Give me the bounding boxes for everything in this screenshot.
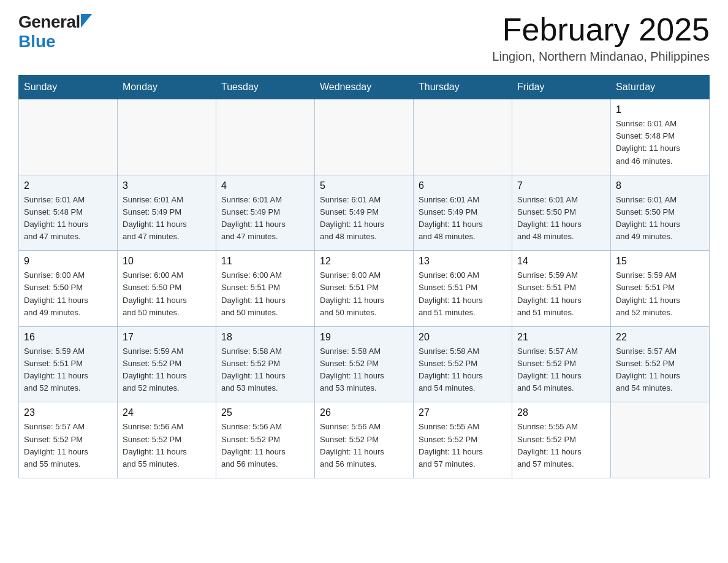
day-number: 28 xyxy=(517,407,605,418)
calendar-day-cell xyxy=(19,99,118,175)
calendar-day-cell: 6Sunrise: 6:01 AMSunset: 5:49 PMDaylight… xyxy=(414,175,512,251)
calendar-day-cell: 13Sunrise: 6:00 AMSunset: 5:51 PMDayligh… xyxy=(414,251,512,327)
calendar-day-cell xyxy=(216,99,315,175)
logo-blue-text: Blue xyxy=(18,32,56,51)
calendar-day-cell: 26Sunrise: 5:56 AMSunset: 5:52 PMDayligh… xyxy=(315,402,414,478)
day-number: 1 xyxy=(616,104,704,115)
day-info: Sunrise: 6:00 AMSunset: 5:50 PMDaylight:… xyxy=(24,269,112,319)
calendar-day-cell: 17Sunrise: 5:59 AMSunset: 5:52 PMDayligh… xyxy=(118,326,216,402)
day-number: 4 xyxy=(221,180,309,191)
day-number: 12 xyxy=(320,256,408,267)
day-info: Sunrise: 6:01 AMSunset: 5:50 PMDaylight:… xyxy=(616,194,704,243)
calendar-day-cell: 9Sunrise: 6:00 AMSunset: 5:50 PMDaylight… xyxy=(19,251,118,327)
day-info: Sunrise: 6:00 AMSunset: 5:50 PMDaylight:… xyxy=(123,269,211,319)
day-number: 24 xyxy=(123,407,211,418)
calendar-day-cell: 2Sunrise: 6:01 AMSunset: 5:48 PMDaylight… xyxy=(19,175,118,251)
calendar-day-cell: 1Sunrise: 6:01 AMSunset: 5:48 PMDaylight… xyxy=(611,99,710,175)
calendar-day-cell: 22Sunrise: 5:57 AMSunset: 5:52 PMDayligh… xyxy=(611,326,710,402)
calendar-day-cell xyxy=(118,99,216,175)
day-info: Sunrise: 6:01 AMSunset: 5:49 PMDaylight:… xyxy=(123,194,211,243)
day-number: 7 xyxy=(517,180,605,191)
calendar-day-cell: 11Sunrise: 6:00 AMSunset: 5:51 PMDayligh… xyxy=(216,251,315,327)
day-info: Sunrise: 5:56 AMSunset: 5:52 PMDaylight:… xyxy=(123,421,211,470)
logo: General Blue xyxy=(18,12,92,52)
day-info: Sunrise: 5:58 AMSunset: 5:52 PMDaylight:… xyxy=(221,345,309,395)
day-number: 18 xyxy=(221,332,309,343)
calendar-day-cell: 23Sunrise: 5:57 AMSunset: 5:52 PMDayligh… xyxy=(19,402,118,478)
logo-arrow-icon xyxy=(81,14,92,28)
day-info: Sunrise: 6:00 AMSunset: 5:51 PMDaylight:… xyxy=(221,269,309,319)
day-info: Sunrise: 5:57 AMSunset: 5:52 PMDaylight:… xyxy=(24,421,112,470)
calendar-day-cell: 12Sunrise: 6:00 AMSunset: 5:51 PMDayligh… xyxy=(315,251,414,327)
calendar-day-cell: 25Sunrise: 5:56 AMSunset: 5:52 PMDayligh… xyxy=(216,402,315,478)
day-info: Sunrise: 5:59 AMSunset: 5:51 PMDaylight:… xyxy=(616,269,704,319)
day-number: 10 xyxy=(123,256,211,267)
day-number: 20 xyxy=(419,332,507,343)
calendar-week-row: 16Sunrise: 5:59 AMSunset: 5:51 PMDayligh… xyxy=(19,326,710,402)
calendar-header-row: SundayMondayTuesdayWednesdayThursdayFrid… xyxy=(19,75,710,99)
day-info: Sunrise: 5:58 AMSunset: 5:52 PMDaylight:… xyxy=(419,345,507,395)
calendar-day-cell xyxy=(611,402,710,478)
day-of-week-header: Sunday xyxy=(19,75,118,99)
day-info: Sunrise: 5:59 AMSunset: 5:51 PMDaylight:… xyxy=(24,345,112,395)
day-info: Sunrise: 5:55 AMSunset: 5:52 PMDaylight:… xyxy=(517,421,605,470)
day-info: Sunrise: 6:01 AMSunset: 5:49 PMDaylight:… xyxy=(419,194,507,243)
calendar-day-cell: 14Sunrise: 5:59 AMSunset: 5:51 PMDayligh… xyxy=(512,251,611,327)
calendar-week-row: 1Sunrise: 6:01 AMSunset: 5:48 PMDaylight… xyxy=(19,99,710,175)
day-number: 27 xyxy=(419,407,507,418)
day-of-week-header: Monday xyxy=(118,75,216,99)
calendar-day-cell: 4Sunrise: 6:01 AMSunset: 5:49 PMDaylight… xyxy=(216,175,315,251)
day-info: Sunrise: 5:56 AMSunset: 5:52 PMDaylight:… xyxy=(221,421,309,470)
day-number: 6 xyxy=(419,180,507,191)
day-number: 3 xyxy=(123,180,211,191)
calendar-day-cell: 5Sunrise: 6:01 AMSunset: 5:49 PMDaylight… xyxy=(315,175,414,251)
day-number: 13 xyxy=(419,256,507,267)
calendar-week-row: 9Sunrise: 6:00 AMSunset: 5:50 PMDaylight… xyxy=(19,251,710,327)
day-of-week-header: Friday xyxy=(512,75,611,99)
day-info: Sunrise: 5:56 AMSunset: 5:52 PMDaylight:… xyxy=(320,421,408,470)
calendar-day-cell xyxy=(315,99,414,175)
calendar-day-cell: 15Sunrise: 5:59 AMSunset: 5:51 PMDayligh… xyxy=(611,251,710,327)
calendar-day-cell: 24Sunrise: 5:56 AMSunset: 5:52 PMDayligh… xyxy=(118,402,216,478)
calendar-day-cell: 3Sunrise: 6:01 AMSunset: 5:49 PMDaylight… xyxy=(118,175,216,251)
calendar-day-cell: 7Sunrise: 6:01 AMSunset: 5:50 PMDaylight… xyxy=(512,175,611,251)
day-number: 15 xyxy=(616,256,704,267)
day-number: 16 xyxy=(24,332,112,343)
day-of-week-header: Thursday xyxy=(414,75,512,99)
day-info: Sunrise: 5:57 AMSunset: 5:52 PMDaylight:… xyxy=(616,345,704,395)
day-info: Sunrise: 6:01 AMSunset: 5:50 PMDaylight:… xyxy=(517,194,605,243)
calendar-week-row: 23Sunrise: 5:57 AMSunset: 5:52 PMDayligh… xyxy=(19,402,710,478)
day-info: Sunrise: 6:01 AMSunset: 5:49 PMDaylight:… xyxy=(221,194,309,243)
calendar-day-cell: 18Sunrise: 5:58 AMSunset: 5:52 PMDayligh… xyxy=(216,326,315,402)
day-number: 5 xyxy=(320,180,408,191)
day-of-week-header: Saturday xyxy=(611,75,710,99)
location-title: Lingion, Northern Mindanao, Philippines xyxy=(492,50,710,64)
day-number: 25 xyxy=(221,407,309,418)
calendar-week-row: 2Sunrise: 6:01 AMSunset: 5:48 PMDaylight… xyxy=(19,175,710,251)
day-number: 26 xyxy=(320,407,408,418)
day-info: Sunrise: 5:57 AMSunset: 5:52 PMDaylight:… xyxy=(517,345,605,395)
day-number: 19 xyxy=(320,332,408,343)
calendar-table: SundayMondayTuesdayWednesdayThursdayFrid… xyxy=(18,75,710,478)
calendar-day-cell xyxy=(512,99,611,175)
svg-marker-0 xyxy=(81,14,92,28)
day-number: 8 xyxy=(616,180,704,191)
day-info: Sunrise: 6:01 AMSunset: 5:48 PMDaylight:… xyxy=(24,194,112,243)
day-number: 17 xyxy=(123,332,211,343)
title-area: February 2025 Lingion, Northern Mindanao… xyxy=(492,12,710,64)
page-header: General Blue February 2025 Lingion, Nort… xyxy=(18,12,710,64)
calendar-day-cell: 10Sunrise: 6:00 AMSunset: 5:50 PMDayligh… xyxy=(118,251,216,327)
day-of-week-header: Tuesday xyxy=(216,75,315,99)
day-info: Sunrise: 6:01 AMSunset: 5:48 PMDaylight:… xyxy=(616,118,704,167)
calendar-day-cell: 8Sunrise: 6:01 AMSunset: 5:50 PMDaylight… xyxy=(611,175,710,251)
calendar-day-cell: 21Sunrise: 5:57 AMSunset: 5:52 PMDayligh… xyxy=(512,326,611,402)
day-number: 2 xyxy=(24,180,112,191)
logo-general-text: General xyxy=(18,12,80,32)
calendar-day-cell: 19Sunrise: 5:58 AMSunset: 5:52 PMDayligh… xyxy=(315,326,414,402)
day-info: Sunrise: 5:59 AMSunset: 5:51 PMDaylight:… xyxy=(517,269,605,319)
day-number: 11 xyxy=(221,256,309,267)
calendar-day-cell: 20Sunrise: 5:58 AMSunset: 5:52 PMDayligh… xyxy=(414,326,512,402)
day-number: 14 xyxy=(517,256,605,267)
day-info: Sunrise: 6:00 AMSunset: 5:51 PMDaylight:… xyxy=(320,269,408,319)
day-info: Sunrise: 6:01 AMSunset: 5:49 PMDaylight:… xyxy=(320,194,408,243)
